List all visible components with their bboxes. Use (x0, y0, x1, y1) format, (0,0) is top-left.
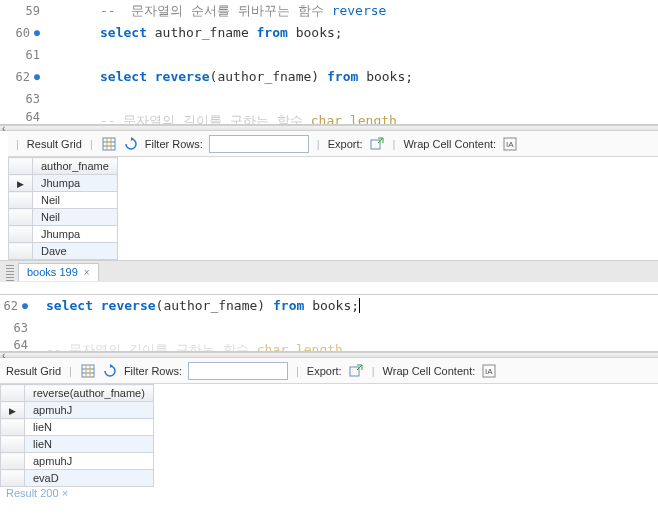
code-area[interactable]: select reverse(author_fname) from books;… (34, 295, 658, 351)
line-number: 61 (26, 44, 40, 66)
column-header[interactable]: reverse(author_fname) (25, 385, 154, 402)
result-grid-top[interactable]: author_fname ▶Jhumpa Neil Neil Jhumpa Da… (8, 157, 118, 260)
svg-rect-13 (350, 367, 359, 376)
line-number: 64 (14, 339, 28, 351)
table-row: evaD (1, 470, 154, 487)
statement-bullet-icon: ● (22, 295, 28, 317)
wrap-label: Wrap Cell Content: (403, 138, 496, 150)
statement-bullet-icon: ● (34, 66, 40, 88)
code-line-partial[interactable]: -- 문자열의 길이를 구하는 함수 char_length (34, 339, 658, 351)
code-line[interactable] (34, 317, 658, 339)
horizontal-splitter[interactable]: ‹ (0, 352, 658, 358)
table-row: apmuhJ (1, 453, 154, 470)
svg-rect-5 (371, 140, 380, 149)
table-row: Neil (9, 209, 118, 226)
filter-rows-label: Filter Rows: (145, 138, 203, 150)
svg-rect-8 (82, 365, 94, 377)
code-line[interactable]: -- 문자열의 순서를 뒤바꾸는 함수 reverse (46, 0, 658, 22)
current-row-pointer-icon: ▶ (17, 179, 24, 189)
result-grid-label: Result Grid (27, 138, 82, 150)
code-line[interactable]: select author_fname from books; (46, 22, 658, 44)
line-number: 59 (26, 0, 40, 22)
line-number: 60 (16, 22, 30, 44)
code-line[interactable]: select reverse(author_fname) from books; (34, 295, 658, 317)
svg-text:IA: IA (485, 367, 493, 376)
table-row: ▶Jhumpa (9, 175, 118, 192)
code-line[interactable] (46, 44, 658, 66)
refresh-icon[interactable] (123, 136, 139, 152)
horizontal-splitter[interactable]: ‹ (0, 125, 658, 131)
filter-rows-input[interactable] (209, 135, 309, 153)
code-line[interactable] (46, 88, 658, 110)
sql-editor-bottom[interactable]: 62● 63 64 select reverse(author_fname) f… (0, 294, 658, 352)
close-icon[interactable]: × (84, 267, 90, 278)
line-number: 63 (14, 317, 28, 339)
table-row: Neil (9, 192, 118, 209)
statement-bullet-icon: ● (34, 22, 40, 44)
tab-label: books 199 (27, 266, 78, 278)
wrap-cell-icon[interactable]: IA (502, 136, 518, 152)
table-row: Jhumpa (9, 226, 118, 243)
line-gutter: 59 60● 61 62● 63 64 (0, 0, 46, 124)
result-tabstrip-top: books 199 × (0, 260, 658, 282)
result-tab[interactable]: books 199 × (18, 263, 99, 281)
result-grid-bottom[interactable]: reverse(author_fname) ▶apmuhJ lieN lieN … (0, 384, 154, 487)
current-row-pointer-icon: ▶ (9, 406, 16, 416)
wrap-cell-icon[interactable]: IA (481, 363, 497, 379)
filter-rows-label: Filter Rows: (124, 365, 182, 377)
grid-view-icon[interactable] (101, 136, 117, 152)
wrap-label: Wrap Cell Content: (383, 365, 476, 377)
result-toolbar-top: | Result Grid | Filter Rows: | Export: |… (8, 131, 658, 157)
filter-rows-input[interactable] (188, 362, 288, 380)
row-header-blank (1, 385, 25, 402)
row-header-blank (9, 158, 33, 175)
line-number: 62 (4, 295, 18, 317)
line-number: 62 (16, 66, 30, 88)
sql-editor-top[interactable]: 59 60● 61 62● 63 64 -- 문자열의 순서를 뒤바꾸는 함수 … (0, 0, 658, 125)
line-gutter: 62● 63 64 (0, 295, 34, 351)
export-label: Export: (328, 138, 363, 150)
table-row: lieN (1, 436, 154, 453)
grid-view-icon[interactable] (80, 363, 96, 379)
code-line[interactable]: select reverse(author_fname) from books; (46, 66, 658, 88)
table-row: Dave (9, 243, 118, 260)
scroll-left-icon[interactable]: ‹ (2, 350, 5, 361)
column-header[interactable]: author_fname (33, 158, 118, 175)
code-line-partial[interactable]: -- 문자열의 길이를 구하는 함수 char_length (46, 110, 658, 124)
export-icon[interactable] (369, 136, 385, 152)
export-label: Export: (307, 365, 342, 377)
export-icon[interactable] (348, 363, 364, 379)
code-area[interactable]: -- 문자열의 순서를 뒤바꾸는 함수 reverse select autho… (46, 0, 658, 124)
result-grid-label: Result Grid (6, 365, 61, 377)
table-row: lieN (1, 419, 154, 436)
svg-rect-0 (103, 138, 115, 150)
line-number: 63 (26, 88, 40, 110)
result-toolbar-bottom: Result Grid | Filter Rows: | Export: | W… (0, 358, 658, 384)
scroll-left-icon[interactable]: ‹ (2, 123, 5, 134)
line-number: 64 (26, 110, 40, 124)
refresh-icon[interactable] (102, 363, 118, 379)
svg-text:IA: IA (506, 140, 514, 149)
tab-grip-icon[interactable] (6, 263, 14, 281)
table-row: ▶apmuhJ (1, 402, 154, 419)
result-tab-faded[interactable]: Result 200 × (0, 487, 658, 497)
